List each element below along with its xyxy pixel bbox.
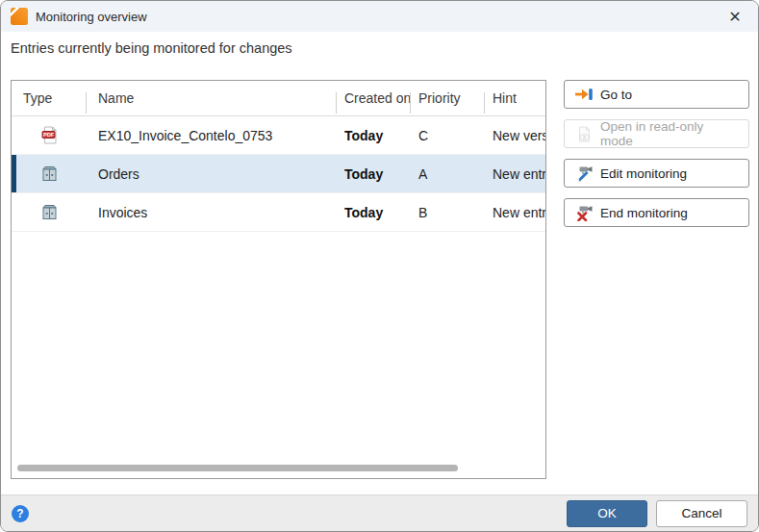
action-button-label: Go to [600,88,632,102]
action-button-panel: Go to Open in read-only mode Edit monito… [564,80,749,227]
window-title: Monitoring overview [36,10,147,24]
title-bar: Monitoring overview ✕ [1,1,758,32]
cabinet-icon [40,165,59,182]
row-created-on: Today [337,128,411,143]
action-button-label: Open in read-only mode [600,119,739,148]
pdf-document-icon: PDF [41,126,58,144]
monitoring-overview-dialog: Monitoring overview ✕ Entries currently … [0,0,759,532]
row-name: Orders [87,166,337,182]
row-name: EX10_Invoice_Contelo_0753 [87,128,337,143]
row-hint: New entry [485,205,545,220]
open-in-read-only-mode-button: Open in read-only mode [564,119,749,148]
close-icon[interactable]: ✕ [721,3,748,30]
cancel-button[interactable]: Cancel [656,500,747,527]
goto-arrow-icon [574,88,594,101]
help-icon[interactable]: ? [12,505,29,522]
action-button-label: Edit monitoring [600,166,687,181]
row-created-on: Today [337,166,411,182]
footer-bar: ? OK Cancel [1,494,758,531]
action-button-label: End monitoring [600,206,688,220]
row-hint: New entry [485,166,545,182]
row-hint: New version [485,128,545,143]
horizontal-scrollbar[interactable] [17,465,458,471]
cabinet-icon [40,204,59,220]
column-header-hint[interactable]: Hint [485,81,545,115]
row-priority: C [411,128,485,143]
column-header-created-on[interactable]: Created on [337,81,411,115]
column-header-type[interactable]: Type [12,81,87,115]
edit-monitoring-button[interactable]: Edit monitoring [564,159,749,188]
row-type-icon-cell [12,204,87,220]
table-body: PDF EX10_Invoice_Contelo_0753 Today C Ne… [12,116,545,232]
table-row[interactable]: PDF EX10_Invoice_Contelo_0753 Today C Ne… [12,116,545,155]
row-type-icon-cell: PDF [12,126,87,144]
row-created-on: Today [337,205,411,220]
end-monitoring-button[interactable]: End monitoring [564,198,749,227]
ok-button[interactable]: OK [567,500,647,527]
table-row[interactable]: Orders Today A New entry [12,155,545,193]
column-header-priority[interactable]: Priority [411,81,485,115]
go-to-button[interactable]: Go to [564,80,749,109]
table-row[interactable]: Invoices Today B New entry [12,193,545,232]
row-name: Invoices [87,205,337,220]
row-priority: A [411,166,485,182]
row-type-icon-cell [12,165,87,182]
svg-text:PDF: PDF [42,132,54,138]
table-header: Type Name Created on Priority Hint [12,81,545,116]
monitored-entries-table: Type Name Created on Priority Hint PDF E… [11,80,546,479]
column-header-name[interactable]: Name [87,81,337,115]
row-priority: B [411,205,485,220]
dialog-subtitle: Entries currently being monitored for ch… [11,40,292,56]
edit-monitoring-icon [575,165,594,182]
app-logo-icon [11,8,28,25]
end-monitoring-icon [575,205,594,221]
read-only-document-icon [576,126,593,142]
